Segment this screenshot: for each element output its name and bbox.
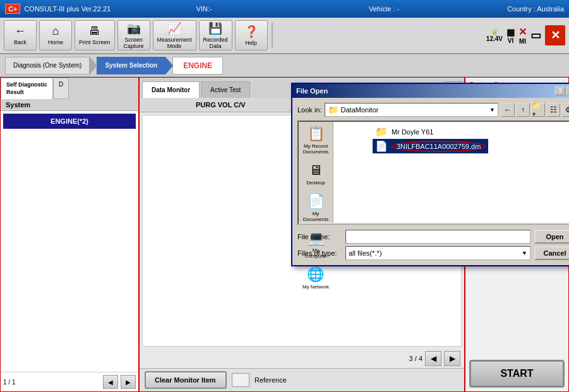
my-recent-docs-icon[interactable]: 📋 My Recent Documents: [299, 124, 333, 156]
look-in-dropdown[interactable]: 📁 DataMonitor ▼: [325, 103, 498, 117]
filename-input[interactable]: [345, 230, 530, 244]
desktop-icon[interactable]: 🖥 Desktop: [305, 161, 326, 187]
page-prev-button[interactable]: ◀: [425, 351, 441, 366]
breadcrumb-bar: Diagnosis (One System) System Selection …: [0, 54, 569, 77]
battery-icon: 🔋: [491, 28, 498, 35]
back-button[interactable]: ← Back: [4, 20, 37, 50]
signal-bars-icon: ▦: [506, 27, 515, 37]
filetype-row: Files of type: all files(*.*) ▼ Cancel: [297, 246, 569, 260]
breadcrumb-step2[interactable]: System Selection: [97, 57, 165, 74]
look-in-row: Look in: 📁 DataMonitor ▼ ← ↑ 📁+ ☷ ⚙: [297, 103, 569, 117]
toolbar: ← Back ⌂ Home 🖶 Print Screen 📷 ScreenCap…: [0, 18, 569, 54]
breadcrumb-step1[interactable]: Diagnosis (One System): [5, 57, 90, 74]
my-documents-icon[interactable]: 📄 MyDocuments: [302, 192, 330, 223]
filetype-dropdown[interactable]: all files(*.*) ▼: [345, 246, 530, 260]
new-folder-button[interactable]: 📁+: [531, 103, 545, 117]
self-diagnostic-tab[interactable]: Self DiagnosticResult: [1, 78, 53, 99]
capture-label: ScreenCapture: [124, 37, 144, 50]
filetype-label: Files of type:: [297, 249, 342, 257]
country-label: Country : Australia: [474, 5, 564, 13]
clear-monitor-button[interactable]: Clear Monitor Item: [145, 371, 227, 389]
page-next-button[interactable]: ▶: [444, 351, 460, 366]
home-button[interactable]: ⌂ Home: [39, 20, 72, 50]
left-nav-prev[interactable]: ◀: [103, 375, 118, 389]
start-button[interactable]: START: [469, 360, 565, 388]
breadcrumb-arrow1: [90, 57, 97, 74]
file-item-2[interactable]: 📄 3NILFBAC11A0002759.dm: [373, 139, 488, 153]
breadcrumb-step3: ENGINE: [172, 57, 223, 74]
recorded-data-button[interactable]: 💾 RecordedData: [199, 20, 232, 50]
help-button[interactable]: ❓ Help: [235, 20, 268, 50]
close-app-button[interactable]: ✕: [545, 25, 565, 45]
open-button[interactable]: Open: [534, 230, 569, 244]
measurement-mode-button[interactable]: 📈 MeasurementMode: [153, 20, 196, 50]
dialog-close-button[interactable]: ✕: [566, 86, 569, 95]
file-item-1[interactable]: 📁 Mr Doyle Y61: [373, 124, 488, 139]
tools-button[interactable]: ⚙: [561, 103, 569, 117]
print-icon: 🖶: [89, 25, 100, 38]
tab-2[interactable]: Active Test: [201, 81, 250, 98]
engine-system-item[interactable]: ENGINE(*2): [3, 114, 136, 129]
system-header: System: [1, 99, 138, 111]
back-icon: ←: [15, 25, 26, 38]
battery-level-icon: ▭: [530, 28, 541, 42]
toolbar-separator: [272, 23, 273, 48]
center-panel: Data Monitor Active Test ▶ PURG VOL C/V …: [139, 77, 465, 392]
file-name-1: Mr Doyle Y61: [392, 128, 433, 136]
view-button[interactable]: ☷: [546, 103, 560, 117]
my-network-icon[interactable]: 🌐 My Network: [301, 265, 330, 291]
dialog-title: File Open: [296, 87, 328, 95]
dropdown-arrow: ▼: [489, 107, 495, 113]
filetype-arrow: ▼: [522, 250, 527, 256]
app-title: CONSULT-III plus Ver.22.21: [24, 5, 114, 13]
mi-indicator: ✕ MI: [518, 26, 527, 45]
help-label: Help: [245, 40, 257, 47]
filename-label: File name:: [297, 233, 342, 241]
dialog-help-button[interactable]: ?: [555, 86, 565, 95]
left-nav-count: 1 / 1: [3, 379, 100, 386]
home-label: Home: [48, 40, 63, 46]
nav-up-button[interactable]: ↑: [516, 103, 530, 117]
file-name-2-highlighted: 3NILFBAC11A0002759.dm: [392, 141, 486, 152]
left-nav-next[interactable]: ▶: [121, 375, 136, 389]
file-icon-2: 📄: [375, 140, 388, 152]
chart-icon: 📈: [167, 21, 181, 35]
cancel-button[interactable]: Cancel: [534, 246, 569, 260]
vi-indicator: ▦ VI: [506, 27, 515, 44]
filetype-value: all files(*.*): [349, 249, 382, 257]
dialog-titlebar: File Open ? ✕: [292, 84, 569, 98]
tab-active[interactable]: Data Monitor: [142, 81, 200, 98]
folder-name: DataMonitor: [341, 106, 379, 114]
help-icon: ❓: [244, 25, 258, 39]
voltage-indicator: 🔋 12.4V: [486, 28, 503, 42]
left-nav-row: 1 / 1 ◀ ▶: [1, 372, 138, 391]
file-browser-area: 📋 My Recent Documents 🖥 Desktop 📄 MyDocu…: [297, 121, 569, 225]
main-area: Self DiagnosticResult D System ENGINE(*2…: [0, 77, 569, 392]
file-open-dialog: File Open ? ✕ Look in: 📁 DataMonitor ▼: [291, 83, 569, 266]
file-list-area: 📁 Mr Doyle Y61 📄 3NILFBAC11A0002759.dm: [370, 122, 491, 223]
data-icon: 💾: [208, 21, 222, 35]
folder-icon-1: 📁: [375, 126, 388, 138]
vehicle-label: Vehicle : -: [294, 5, 474, 13]
d-tab[interactable]: D: [53, 78, 69, 99]
dialog-body: Look in: 📁 DataMonitor ▼ ← ↑ 📁+ ☷ ⚙: [292, 98, 569, 265]
look-in-label: Look in:: [297, 106, 322, 114]
sidebar-icons: 📋 My Recent Documents 🖥 Desktop 📄 MyDocu…: [299, 122, 333, 223]
app-logo: C+: [5, 4, 20, 14]
camera-icon: 📷: [127, 21, 141, 35]
measurement-label: MeasurementMode: [157, 37, 192, 50]
status-group: 🔋 12.4V ▦ VI ✕ MI ▭ ✕: [486, 25, 565, 45]
vin-label: VIN:-: [114, 5, 294, 13]
home-icon: ⌂: [52, 25, 59, 38]
left-panel: Self DiagnosticResult D System ENGINE(*2…: [0, 77, 139, 392]
left-tabs-row: Self DiagnosticResult D: [1, 78, 138, 99]
purg-vol-tab[interactable]: PURG VOL C/V: [140, 98, 302, 112]
screen-capture-button[interactable]: 📷 ScreenCapture: [117, 20, 150, 50]
print-label: Print Screen: [79, 40, 111, 46]
bottom-bar: Clear Monitor Item Reference: [140, 368, 464, 391]
print-button[interactable]: 🖶 Print Screen: [75, 20, 115, 50]
battery-status-indicator: ▭: [530, 28, 541, 42]
breadcrumb-arrow2: [165, 57, 173, 74]
folder-icon: 📁: [328, 105, 338, 115]
nav-back-button[interactable]: ←: [501, 103, 515, 117]
